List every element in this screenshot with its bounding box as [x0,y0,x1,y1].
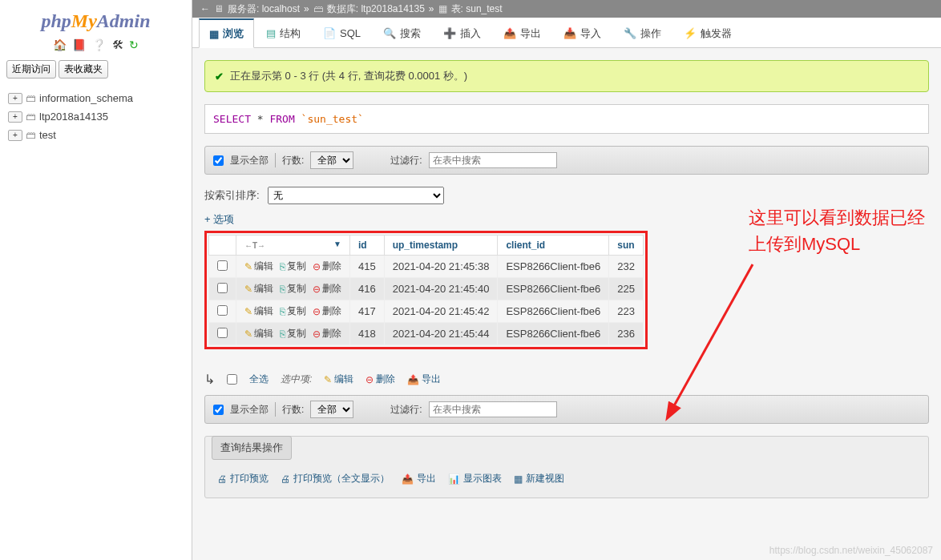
row-copy[interactable]: ⎘复制 [280,282,306,296]
tab-export[interactable]: 📤导出 [493,18,551,48]
chart-link[interactable]: 📊显示图表 [448,472,502,485]
settings-icon[interactable]: 🛠 [112,38,123,51]
arrow-up-icon: ↳ [204,372,215,387]
cell-sun: 223 [609,300,644,323]
db-label: ltp2018a14135 [39,111,108,123]
db-item-ltp[interactable]: + 🗃 ltp2018a14135 [4,107,188,126]
minus-icon: ⊖ [313,306,321,317]
db-item-test[interactable]: + 🗃 test [4,126,188,144]
tab-insert[interactable]: ➕插入 [433,18,491,48]
filter-input[interactable] [429,152,557,168]
bulk-edit[interactable]: ✎编辑 [324,373,353,386]
cell-client: ESP8266Client-fbe6 [498,278,609,300]
row-edit[interactable]: ✎编辑 [244,282,273,296]
row-checkbox[interactable] [217,260,228,271]
row-copy[interactable]: ⎘复制 [280,327,306,340]
home-icon[interactable]: 🏠 [53,38,67,51]
table-row: ✎编辑 ⎘复制 ⊖删除 418 2021-04-20 21:45:44 ESP8… [209,323,644,345]
favorites-button[interactable]: 表收藏夹 [59,60,108,79]
minus-icon: ⊖ [313,284,321,295]
db-item-information-schema[interactable]: + 🗃 information_schema [4,89,188,107]
collapse-icon[interactable]: ← [200,3,210,14]
tab-triggers[interactable]: ⚡触发器 [673,18,742,48]
row-edit[interactable]: ✎编辑 [244,327,273,340]
tab-import[interactable]: 📥导入 [553,18,612,48]
database-icon: 🗃 [26,129,36,141]
results-table-wrapper: ←T→▼ id up_timestamp client_id sun ✎编辑 ⎘… [204,231,648,349]
database-icon: 🗃 [313,3,323,14]
row-edit[interactable]: ✎编辑 [244,304,273,318]
tab-browse[interactable]: ▦浏览 [199,18,254,48]
row-delete[interactable]: ⊖删除 [313,327,341,340]
expand-icon[interactable]: + [8,111,22,123]
sql-query-box: SELECT * FROM `sun_test` [204,104,929,134]
cell-sun: 225 [609,278,644,300]
cell-timestamp: 2021-04-20 21:45:44 [384,323,498,345]
th-actions[interactable]: ←T→▼ [236,236,350,256]
sidebar-toolbar: 🏠 📕 ❔ 🛠 ↻ [4,38,188,58]
operations-icon: 🔧 [624,27,636,39]
results-toolbar: 显示全部 行数: 全部 过滤行: [204,146,929,175]
tab-search[interactable]: 🔍搜索 [373,18,431,48]
logout-icon[interactable]: 📕 [72,38,86,51]
th-id[interactable]: id [350,236,385,256]
row-checkbox[interactable] [217,305,228,316]
results-table: ←T→▼ id up_timestamp client_id sun ✎编辑 ⎘… [208,235,644,345]
filter-input-2[interactable] [429,401,557,417]
row-edit[interactable]: ✎编辑 [244,260,273,273]
create-view-link[interactable]: ▦新建视图 [514,472,564,485]
expand-icon[interactable]: + [8,93,22,104]
cell-client: ESP8266Client-fbe6 [498,323,609,345]
print-icon: 🖨 [281,473,290,485]
bulk-delete[interactable]: ⊖删除 [365,373,395,386]
select-all-link[interactable]: 全选 [249,373,269,386]
breadcrumb-table[interactable]: 表: sun_test [451,2,503,16]
minus-icon: ⊖ [365,374,374,385]
th-client[interactable]: client_id [498,236,609,256]
show-all-checkbox[interactable] [213,155,224,166]
logo[interactable]: phpMyAdmin [4,4,188,38]
cell-timestamp: 2021-04-20 21:45:42 [384,300,498,323]
row-delete[interactable]: ⊖删除 [313,282,341,296]
select-all-checkbox[interactable] [227,374,237,385]
tab-operations[interactable]: 🔧操作 [613,18,672,48]
cell-timestamp: 2021-04-20 21:45:38 [384,256,498,278]
insert-icon: ➕ [443,27,456,39]
recent-button[interactable]: 近期访问 [6,60,56,79]
reload-icon[interactable]: ↻ [129,38,139,51]
docs-icon[interactable]: ❔ [92,38,106,51]
rows-select[interactable]: 全部 [310,151,353,169]
bulk-export[interactable]: 📤导出 [407,373,441,386]
row-copy[interactable]: ⎘复制 [280,260,306,273]
cell-id: 417 [350,300,385,323]
sort-select[interactable]: 无 [268,187,444,204]
expand-icon[interactable]: + [8,130,22,141]
breadcrumb-database[interactable]: 数据库: ltp2018a14135 [327,2,425,16]
pencil-icon: ✎ [244,306,252,317]
table-row: ✎编辑 ⎘复制 ⊖删除 417 2021-04-20 21:45:42 ESP8… [209,300,644,323]
show-all-label: 显示全部 [230,154,269,167]
row-copy[interactable]: ⎘复制 [280,304,306,318]
options-toggle[interactable]: + 选项 [204,212,929,227]
th-sun[interactable]: sun [609,236,644,256]
export-link[interactable]: 📤导出 [402,472,436,485]
breadcrumb-server[interactable]: 服务器: localhost [228,2,300,16]
print-full-link[interactable]: 🖨打印预览（全文显示） [281,472,390,485]
print-preview-link[interactable]: 🖨打印预览 [217,472,269,485]
row-checkbox[interactable] [217,328,228,338]
tab-structure[interactable]: ▤结构 [256,18,311,48]
rows-select-2[interactable]: 全部 [310,401,353,418]
db-label: information_schema [39,92,133,104]
cell-id: 416 [350,278,385,300]
pencil-icon: ✎ [244,261,252,272]
tab-sql[interactable]: 📄SQL [313,18,371,48]
row-delete[interactable]: ⊖删除 [313,304,341,318]
row-delete[interactable]: ⊖删除 [313,260,341,273]
cell-id: 415 [350,256,385,278]
print-icon: 🖨 [217,473,227,485]
main-panel: ← 🖥 服务器: localhost » 🗃 数据库: ltp2018a1413… [192,0,941,560]
export-icon: 📤 [407,374,419,385]
show-all-checkbox-2[interactable] [213,405,224,415]
th-timestamp[interactable]: up_timestamp [384,236,498,256]
row-checkbox[interactable] [217,283,228,293]
